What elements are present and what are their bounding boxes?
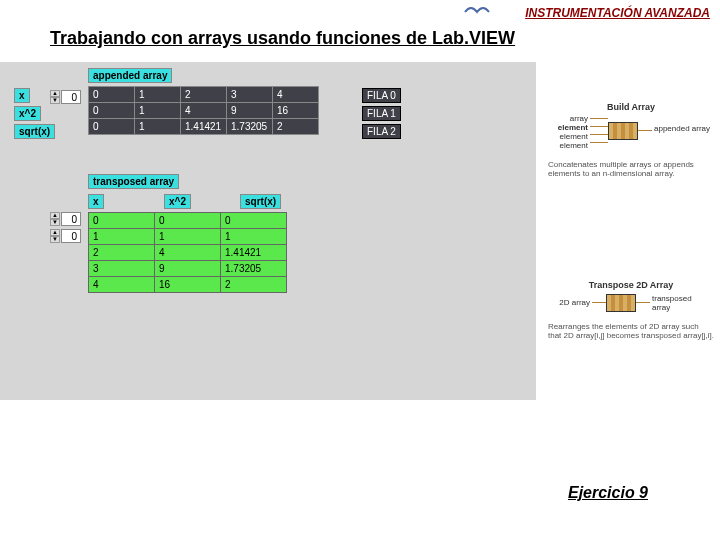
table-row: 4 16 2 [89,277,287,293]
out-label: transposed array [652,294,712,312]
cell: 1.73205 [221,261,287,277]
cell: 1 [155,229,221,245]
cell: 1 [135,103,181,119]
stepper-icon[interactable]: ▲▼ [50,90,60,104]
table-row: 0 0 0 [89,213,287,229]
cell: 1 [135,119,181,135]
fila-1-label: FILA 1 [362,106,401,121]
table-row: 0 1 2 3 4 [89,87,319,103]
brand-header: INSTRUMENTACIÓN AVANZADA [525,6,710,20]
label-sqrt: sqrt(x) [14,124,55,139]
transpose-title: Transpose 2D Array [548,280,714,290]
cell: 2 [273,119,319,135]
cell: 2 [89,245,155,261]
transposed-table: 0 0 0 1 1 1 2 4 1.41421 3 9 1.73205 4 16… [88,212,287,293]
appended-table: 0 1 2 3 4 0 1 4 9 16 0 1 1.41421 1.73205… [88,86,319,135]
transpose-help: Transpose 2D Array 2D array transposed a… [548,280,714,340]
cell: 3 [227,87,273,103]
label-x2: x^2 [14,106,41,121]
stepper-icon[interactable]: ▲▼ [50,229,60,243]
cell: 0 [89,87,135,103]
in-label: 2D array [548,298,590,307]
appended-index[interactable]: ▲▼ 0 [50,90,81,104]
appended-array-label: appended array [88,68,172,83]
transposed-index-b-value[interactable]: 0 [61,229,81,243]
build-array-title: Build Array [548,102,714,112]
fila-0-label: FILA 0 [362,88,401,103]
cell: 1 [221,229,287,245]
build-array-desc: Concatenates multiple arrays or appends … [548,160,714,178]
cell: 16 [155,277,221,293]
cell: 4 [89,277,155,293]
front-panel: x x^2 sqrt(x) ▲▼ 0 appended array 0 1 2 … [0,62,536,400]
build-array-icon [608,122,638,140]
header-sqrt: sqrt(x) [240,194,281,209]
cell: 4 [273,87,319,103]
table-row: 2 4 1.41421 [89,245,287,261]
table-row: 1 1 1 [89,229,287,245]
cell: 4 [155,245,221,261]
fila-2-label: FILA 2 [362,124,401,139]
cell: 2 [221,277,287,293]
exercise-label: Ejercicio 9 [568,484,648,502]
logo-icon [464,2,490,18]
table-row: 0 1 4 9 16 [89,103,319,119]
transpose-icon [606,294,636,312]
in-label: element [548,132,588,141]
page-title: Trabajando con arrays usando funciones d… [50,28,515,49]
header-x: x [88,194,104,209]
cell: 0 [89,119,135,135]
cell: 16 [273,103,319,119]
cell: 0 [89,213,155,229]
cell: 4 [181,103,227,119]
cell: 1 [89,229,155,245]
cell: 0 [221,213,287,229]
table-row: 0 1 1.41421 1.73205 2 [89,119,319,135]
appended-index-value[interactable]: 0 [61,90,81,104]
cell: 9 [227,103,273,119]
in-label: element [548,123,588,132]
in-label: element [548,141,588,150]
build-array-help: Build Array array element element elemen… [548,102,714,178]
out-label: appended array [654,124,710,133]
transposed-array-label: transposed array [88,174,179,189]
cell: 1 [135,87,181,103]
header-x2: x^2 [164,194,191,209]
cell: 3 [89,261,155,277]
cell: 1.41421 [181,119,227,135]
cell: 1.41421 [221,245,287,261]
transposed-index-a[interactable]: ▲▼ 0 [50,212,81,226]
in-label: array [548,114,588,123]
transpose-desc: Rearranges the elements of 2D array such… [548,322,714,340]
cell: 9 [155,261,221,277]
transposed-index-b[interactable]: ▲▼ 0 [50,229,81,243]
transposed-index-a-value[interactable]: 0 [61,212,81,226]
label-x: x [14,88,30,103]
cell: 0 [155,213,221,229]
table-row: 3 9 1.73205 [89,261,287,277]
stepper-icon[interactable]: ▲▼ [50,212,60,226]
cell: 2 [181,87,227,103]
cell: 1.73205 [227,119,273,135]
cell: 0 [89,103,135,119]
